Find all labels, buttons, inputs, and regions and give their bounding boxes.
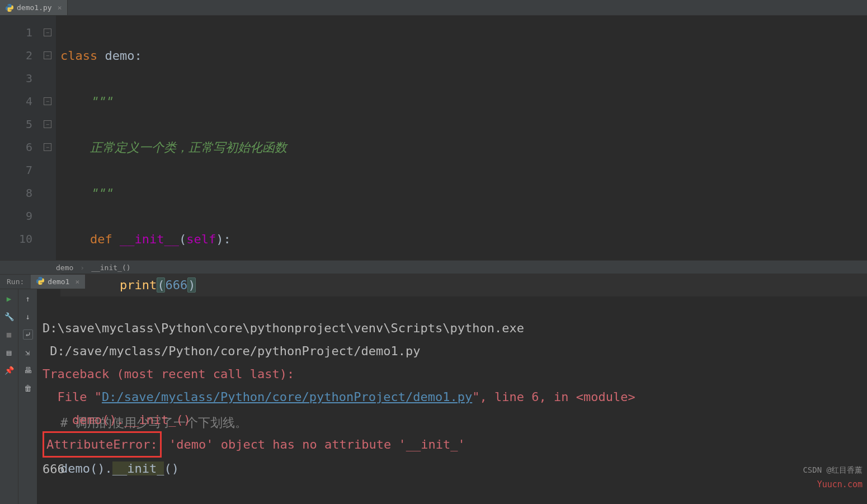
python-icon — [36, 277, 44, 286]
close-icon[interactable]: × — [73, 277, 79, 286]
line-number: 5 — [0, 113, 32, 136]
error-message: 'demo' object has no attribute '__init_' — [162, 437, 465, 451]
file-tab[interactable]: demo1.py × — [0, 0, 68, 15]
console-line: D:/save/myclass/Python/core/pythonProjec… — [43, 344, 421, 358]
fold-icon[interactable]: − — [44, 143, 51, 151]
wrench-icon[interactable]: 🔧 — [4, 312, 14, 322]
param: self — [186, 232, 216, 246]
traceback-header: Traceback (most recent call last): — [43, 367, 294, 381]
pin-icon[interactable]: 📌 — [4, 365, 14, 375]
run-toolbar-left: ▶ 🔧 ■ ▤ 📌 — [0, 289, 18, 504]
run-label: Run: — [0, 277, 31, 286]
line-number: 1 — [0, 21, 32, 44]
run-toolbar-right: ↑ ↓ ⤶ ⇲ 🖶 🗑 — [18, 289, 37, 504]
layout-icon[interactable]: ▤ — [4, 347, 14, 357]
run-tab[interactable]: demo1 × — [31, 275, 85, 289]
wrap-icon[interactable]: ⤶ — [23, 329, 33, 340]
fold-icon[interactable]: − — [44, 97, 51, 105]
scroll-icon[interactable]: ⇲ — [23, 347, 33, 357]
up-arrow-icon[interactable]: ↑ — [23, 294, 33, 304]
run-tab-label: demo1 — [48, 277, 69, 286]
chevron-right-icon: › — [80, 263, 84, 272]
line-number: 8 — [0, 182, 32, 205]
class-name: demo — [105, 49, 134, 63]
fold-icon[interactable]: − — [44, 51, 51, 59]
editor-tab-bar: demo1.py × — [0, 0, 867, 16]
stop-icon[interactable]: ■ — [4, 329, 14, 340]
line-number: 6 — [0, 136, 32, 159]
keyword: def — [90, 232, 112, 246]
docstring: 正常定义一个类，正常写初始化函数 — [60, 140, 287, 154]
python-icon — [6, 4, 13, 12]
console-output[interactable]: D:\save\myclass\Python\core\pythonprojec… — [37, 289, 867, 504]
keyword: class — [60, 49, 97, 63]
console-line: D:\save\myclass\Python\core\pythonprojec… — [43, 321, 524, 335]
error-line: AttributeError: 'demo' object has no att… — [43, 437, 465, 451]
file-link[interactable]: D:/save/myclass/Python/core/pythonProjec… — [102, 390, 472, 404]
breadcrumb-item[interactable]: __init_() — [91, 263, 130, 272]
stdout-line: 666 — [43, 462, 65, 476]
fold-icon[interactable]: − — [44, 29, 51, 36]
code-area[interactable]: class demo: """ 正常定义一个类，正常写初始化函数 """ def… — [56, 16, 867, 260]
docstring: """ — [60, 95, 112, 109]
watermark-site: Yuucn.com — [817, 473, 863, 496]
breadcrumb-item[interactable]: demo — [56, 263, 73, 272]
close-icon[interactable]: × — [55, 3, 62, 12]
line-number: 2 — [0, 44, 32, 67]
traceback-file: File "D:/save/myclass/Python/core/python… — [43, 390, 635, 404]
trash-icon[interactable]: 🗑 — [23, 383, 33, 393]
print-icon[interactable]: 🖶 — [23, 365, 33, 375]
fold-column: − − − − − — [39, 16, 56, 260]
line-number: 10 — [0, 228, 32, 251]
code-editor[interactable]: 1 2 3 4 5 6 7 8 9 10 − − − − − class dem… — [0, 16, 867, 260]
play-icon[interactable]: ▶ — [4, 294, 14, 304]
line-number: 3 — [0, 67, 32, 90]
file-tab-label: demo1.py — [17, 3, 52, 12]
line-number: 7 — [0, 159, 32, 182]
error-name: AttributeError: — [43, 431, 162, 458]
run-panel: ▶ 🔧 ■ ▤ 📌 ↑ ↓ ⤶ ⇲ 🖶 🗑 D:\save\myclass\Py… — [0, 289, 867, 504]
docstring: """ — [60, 186, 112, 200]
line-number: 4 — [0, 90, 32, 113]
method-name: __init__ — [120, 232, 179, 246]
fold-icon[interactable]: − — [44, 120, 51, 128]
line-number: 9 — [0, 205, 32, 228]
line-gutter: 1 2 3 4 5 6 7 8 9 10 — [0, 16, 39, 260]
down-arrow-icon[interactable]: ↓ — [23, 312, 33, 322]
traceback-code: demo().__init_() — [43, 413, 191, 427]
